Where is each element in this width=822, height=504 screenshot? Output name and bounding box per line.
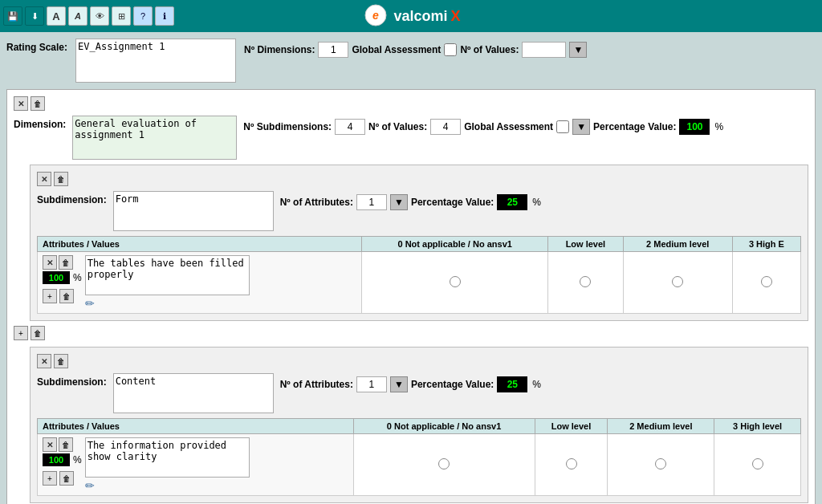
subdimension-form-n-attrs-input[interactable] <box>356 194 387 210</box>
radio-0-not-applicable[interactable] <box>450 276 461 287</box>
logo-x: X <box>451 8 461 25</box>
radio-content-1-low[interactable] <box>566 458 577 469</box>
dimension-label: Dimension: <box>14 119 66 130</box>
attr-content-header-1: Low level <box>535 419 608 434</box>
text-alt-button[interactable]: A <box>68 6 87 26</box>
attr-content-header-0: 0 Not applicable / No ansv1 <box>353 419 535 434</box>
logo-text: valcomi <box>393 8 447 25</box>
n-subdimensions-label: Nº Subdimensions: <box>243 121 332 132</box>
dimension-n-values-input[interactable] <box>430 119 461 135</box>
dimension-close-btn[interactable]: ✕ <box>14 96 28 111</box>
dimension-global-dropdown[interactable]: ▼ <box>572 119 590 135</box>
dimension-toolbar: ✕ 🗑 <box>14 96 808 111</box>
subdimension-content-row: Subdimension: Content Nº of Attributes: … <box>37 373 801 413</box>
n-values-dropdown[interactable]: ▼ <box>569 42 587 58</box>
rating-scale-row: Rating Scale: EV_Assignment 1 Nº Dimensi… <box>6 39 816 83</box>
help-button[interactable]: ? <box>133 6 153 26</box>
add-subdimension-row: + 🗑 <box>14 326 808 340</box>
attr-form-add-row: + 🗑 <box>43 289 82 303</box>
dimension-global-checkbox[interactable] <box>556 120 569 133</box>
subdimension-form-label: Subdimension: <box>37 194 107 205</box>
save-button[interactable]: 💾 <box>3 6 22 26</box>
radio-content-2-medium[interactable] <box>655 458 666 469</box>
dimension-trash-btn[interactable]: 🗑 <box>31 96 45 111</box>
rating-scale-input[interactable]: EV_Assignment 1 <box>75 39 236 83</box>
dimension-global-label: Global Assessment <box>464 121 553 132</box>
subdimension-content-input[interactable]: Content <box>113 373 274 413</box>
attr-content-close-btn[interactable]: ✕ <box>43 437 57 452</box>
attr-content-value-controls: 100 % <box>43 453 82 466</box>
attr-header-1: Low level <box>548 237 623 252</box>
radio-content-0-not-applicable[interactable] <box>438 458 450 469</box>
attr-form-close-btn[interactable]: ✕ <box>43 255 57 270</box>
attr-form-add-group-btn[interactable]: 🗑 <box>59 289 74 303</box>
global-assessment-checkbox[interactable] <box>444 43 457 56</box>
dimension-percentage-value: 100 <box>679 119 710 135</box>
table-row: ✕ 🗑 100 % + 🗑 <box>38 252 801 314</box>
subdimension-content-pct-symbol: % <box>532 379 541 390</box>
eye-button[interactable]: 👁 <box>90 6 109 26</box>
dimension-percent-symbol: % <box>714 121 723 132</box>
subdimension-content-close-btn[interactable]: ✕ <box>37 354 51 368</box>
attr-content-edit-icon[interactable]: ✏ <box>85 479 250 492</box>
dimension-input[interactable]: General evaluation of assignment 1 <box>72 116 237 160</box>
attr-content-header-2: 2 Medium level <box>608 419 714 434</box>
n-dimensions-input[interactable] <box>318 42 348 58</box>
grid-button[interactable]: ⊞ <box>112 6 131 26</box>
radio-2-medium[interactable] <box>672 276 683 287</box>
attr-form-radio-1 <box>548 252 623 314</box>
subdimension-form-pct-value: 25 <box>497 194 527 210</box>
attr-content-radio-0 <box>353 434 535 496</box>
attr-form-radio-3 <box>732 252 800 314</box>
attr-content-add-group-btn[interactable]: 🗑 <box>59 471 74 486</box>
radio-1-low[interactable] <box>580 276 591 287</box>
n-values-label: Nº of Values: <box>460 44 519 55</box>
attr-content-pct: % <box>73 454 82 465</box>
n-subdimensions-input[interactable] <box>335 119 365 135</box>
attr-content-trash-btn[interactable]: 🗑 <box>59 437 73 452</box>
attr-content-text[interactable]: The information provided show clarity <box>85 437 250 478</box>
attr-form-radio-0 <box>362 252 548 314</box>
subdimension-content-pct-label: Percentage Value: <box>411 379 494 390</box>
text-button[interactable]: A <box>47 6 66 26</box>
subdimension-form-pct-label: Percentage Value: <box>411 197 494 208</box>
dimension-block: ✕ 🗑 Dimension: General evaluation of ass… <box>6 89 816 504</box>
subdimension-content-toolbar: ✕ 🗑 <box>37 354 801 368</box>
dimension-percentage-label: Percentage Value: <box>593 121 676 132</box>
attr-form-value-controls: 100 % <box>43 271 82 284</box>
add-subdimension-btn[interactable]: + <box>14 326 28 340</box>
subdimension-form-input[interactable]: Form <box>113 191 274 231</box>
header: 💾 ⬇ A A 👁 ⊞ ? ℹ e valcomi X <box>0 0 822 32</box>
subdimension-content-trash-btn[interactable]: 🗑 <box>54 354 68 368</box>
download-button[interactable]: ⬇ <box>25 6 44 26</box>
subdimension-content-n-attrs-input[interactable] <box>356 376 387 392</box>
attr-header-3: 3 High E <box>732 237 800 252</box>
attr-content-add-btn[interactable]: + <box>43 471 57 486</box>
attr-content-cell: ✕ 🗑 100 % + 🗑 <box>38 434 354 496</box>
subdimension-content-n-attrs-label: Nº of Attributes: <box>280 379 353 390</box>
subdimension-content-fields: Nº of Attributes: ▼ Percentage Value: 25… <box>280 376 541 392</box>
subdimension-form-n-attrs-label: Nº of Attributes: <box>280 197 353 208</box>
subdimension-form-dropdown[interactable]: ▼ <box>390 194 408 210</box>
n-values-input[interactable] <box>522 42 566 58</box>
radio-3-high[interactable] <box>761 276 772 287</box>
attr-form-pct: % <box>73 272 82 283</box>
info-button[interactable]: ℹ <box>155 6 174 26</box>
attributes-table-content: Attributes / Values 0 Not applicable / N… <box>37 418 801 496</box>
rating-scale-label: Rating Scale: <box>6 42 67 53</box>
attr-content-radio-2 <box>608 434 714 496</box>
attr-form-cell: ✕ 🗑 100 % + 🗑 <box>38 252 362 314</box>
radio-content-3-high[interactable] <box>752 458 763 469</box>
attr-form-add-btn[interactable]: + <box>43 289 57 303</box>
add-subdimension-group-btn[interactable]: 🗑 <box>31 326 45 340</box>
attr-form-edit-icon[interactable]: ✏ <box>85 297 250 310</box>
dimension-row: Dimension: General evaluation of assignm… <box>14 116 808 160</box>
subdimension-form-close-btn[interactable]: ✕ <box>37 172 51 186</box>
attr-form-trash-btn[interactable]: 🗑 <box>59 255 73 270</box>
logo: e valcomi X <box>361 3 460 30</box>
subdimension-form-trash-btn[interactable]: 🗑 <box>54 172 68 186</box>
attr-form-text[interactable]: The tables have been filled properly <box>85 255 250 295</box>
attr-content-radio-1 <box>535 434 608 496</box>
main-content: Rating Scale: EV_Assignment 1 Nº Dimensi… <box>0 32 822 504</box>
subdimension-content-dropdown[interactable]: ▼ <box>390 376 408 392</box>
